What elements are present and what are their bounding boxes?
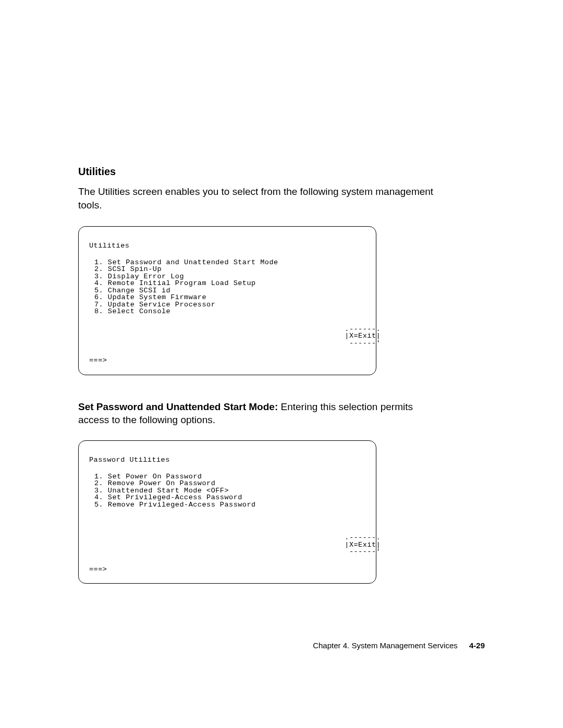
section-intro-utilities: The Utilities screen enables you to sele… xyxy=(78,185,438,212)
exit-border-top: .------. xyxy=(89,326,365,333)
exit-label: |X=Exit| xyxy=(89,541,365,549)
menu-item-5: 5. Remove Privileged-Access Password xyxy=(89,501,365,509)
menu-item-8: 8. Select Console xyxy=(89,308,365,315)
menu-item-5: 5. Change SCSI id xyxy=(89,287,365,294)
menu-item-1: 1. Set Power On Password xyxy=(89,473,365,480)
exit-label: |X=Exit| xyxy=(89,332,365,340)
menu-item-3: 3. Unattended Start Mode <OFF> xyxy=(89,487,365,495)
section-heading-password: Set Password and Unattended Start Mode: … xyxy=(78,400,438,427)
sub-heading-label: Set Password and Unattended Start Mode: xyxy=(78,401,278,412)
terminal-box-password: Password Utilities 1. Set Power On Passw… xyxy=(78,440,376,584)
page: Utilities The Utilities screen enables y… xyxy=(0,0,563,728)
terminal-title: Password Utilities xyxy=(89,456,365,464)
prompt: ===> xyxy=(89,357,365,364)
menu-item-1: 1. Set Password and Unattended Start Mod… xyxy=(89,259,365,266)
exit-border-bottom: ------' xyxy=(89,548,365,556)
menu-item-4: 4. Set Privileged-Access Password xyxy=(89,494,365,501)
footer-chapter: Chapter 4. System Management Services xyxy=(313,641,458,650)
content-column: Utilities The Utilities screen enables y… xyxy=(78,166,438,609)
menu-item-3: 3. Display Error Log xyxy=(89,273,365,280)
section-heading-utilities: Utilities xyxy=(78,166,438,178)
prompt: ===> xyxy=(89,566,365,573)
menu-item-4: 4. Remote Initial Program Load Setup xyxy=(89,280,365,287)
menu-item-7: 7. Update Service Processor xyxy=(89,301,365,309)
exit-box: .------. |X=Exit| ------' xyxy=(89,326,365,347)
menu-item-6: 6. Update System Firmware xyxy=(89,294,365,301)
exit-box: .------. |X=Exit| ------' xyxy=(89,534,365,556)
exit-border-top: .------. xyxy=(89,534,365,541)
terminal-box-utilities: Utilities 1. Set Password and Unattended… xyxy=(78,226,376,375)
footer-page-number: 4-29 xyxy=(469,641,485,650)
menu-item-2: 2. Remove Power On Password xyxy=(89,480,365,487)
menu-item-2: 2. SCSI Spin-Up xyxy=(89,266,365,273)
page-footer: Chapter 4. System Management Services 4-… xyxy=(313,641,485,650)
exit-border-bottom: ------' xyxy=(89,340,365,347)
terminal-title: Utilities xyxy=(89,242,365,250)
